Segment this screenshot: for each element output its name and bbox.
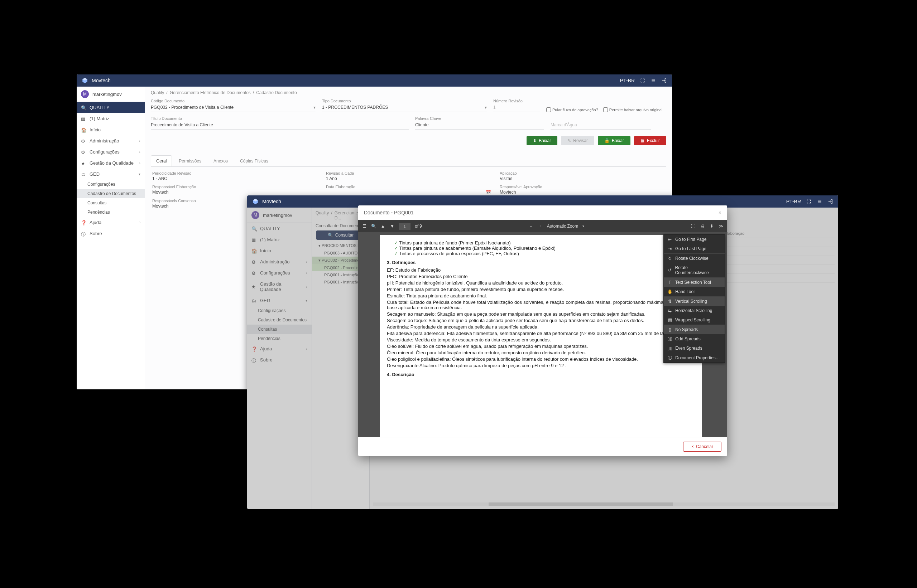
next-page-icon[interactable]: ▼ [390,224,395,229]
sidebar-sub-pendencias[interactable]: Pendências [77,208,145,217]
field-label: Aplicação [500,171,665,175]
tab-permissoes[interactable]: Permissões [173,155,207,166]
doc-line: Óleo poliglicol e polialfaolefina: Óleos… [387,357,695,362]
app-logo-icon [82,77,88,84]
crumb[interactable]: Quality [151,90,164,95]
ctx-label: Wrapped Scrolling [675,317,710,323]
sidebar-item-ged[interactable]: 🗂GED▾ [77,168,145,180]
user-row[interactable]: M marketingmov [77,87,145,102]
sidebar-sub-consultas[interactable]: Consultas [77,198,145,208]
sidebar-item-sobre[interactable]: ⓘSobre [77,228,145,239]
ctx-label: Even Spreads [675,346,702,351]
lang-label[interactable]: PT-BR [620,78,635,83]
breadcrumb: Quality / Gerenciamento Eletrônico de Do… [145,87,672,99]
ctx-hand-tool[interactable]: ✋Hand Tool [664,287,725,296]
baixar2-button[interactable]: 🔒Baixar [598,136,630,145]
ctx-label: Go to First Page [675,237,706,242]
chevron-right-icon: › [139,139,141,143]
sidebar-item-quality[interactable]: 🔍 QUALITY [77,102,145,113]
permite-baixar-checkbox[interactable]: Permite baixar arquivo original [603,107,663,112]
fullscreen-icon[interactable] [640,78,645,83]
marca-dagua-input[interactable]: Marca d'Água [551,121,651,129]
page-total: of 9 [415,224,422,229]
lang-label[interactable]: PT-BR [786,199,801,204]
v-scroll-icon: ⇅ [667,299,672,304]
menu-icon[interactable] [650,78,656,83]
zoom-in-icon[interactable]: + [538,224,543,229]
doc-line: Primer: Tinta para pintura de fundo, pri… [387,287,695,292]
close-icon[interactable]: × [719,210,721,215]
sidebar-item-administracao[interactable]: ⚙Administração› [77,135,145,146]
codigo-documento-select[interactable]: PGQ002 - Procedimento de Visita a Client… [151,104,316,112]
titulo-documento-input[interactable]: Procedimento de Visita a Cliente [151,121,409,129]
excluir-button[interactable]: 🗑Excluir [634,136,666,145]
trash-icon: 🗑 [640,138,645,143]
ctx-text-select[interactable]: ＴText Selection Tool [664,278,725,287]
fullscreen-icon[interactable] [806,199,812,204]
logout-icon[interactable] [661,78,667,83]
download-icon[interactable]: ⬇ [709,224,714,229]
sidebar-item-configuracoes[interactable]: ⚙Configurações› [77,146,145,157]
sidebar-sub-cadastro[interactable]: Cadastro de Documentos [77,189,145,198]
ctx-rotate-cw[interactable]: ↻Rotate Clockwise [664,254,725,263]
pdf-toolbar: ☰ 🔍 ▲ ▼ of 9 − + Automatic Zoom▾ ⛶ 🖨 ⬇ ≫ [358,220,727,232]
field-label: Palavra-Chave [415,116,544,121]
ctx-first-page[interactable]: ⇤Go to First Page [664,235,725,244]
home-icon: 🏠 [81,128,86,132]
hand-icon: ✋ [667,289,672,294]
ctx-even-spreads[interactable]: ▯▯Even Spreads [664,344,725,353]
doc-line: Secagem ao toque: Situação em que a pelí… [387,318,695,323]
sidebar-item-label: Administração [89,138,119,144]
tab-anexos[interactable]: Anexos [208,155,233,166]
prev-page-icon[interactable]: ▲ [381,224,386,229]
sidebar-item-matriz[interactable]: ▦(1) Matriz [77,113,145,124]
pdf-page: Tintas para pintura de fundo (Primer Epó… [380,235,702,437]
crumb[interactable]: Gerenciamento Eletrônico de Documentos [170,90,251,95]
chevron-down-icon: ▾ [139,172,141,176]
btn-label: Excluir [647,138,660,143]
ctx-odd-spreads[interactable]: ▯▯Odd Spreads [664,334,725,344]
data-elab-value[interactable]: 📅 [326,190,491,195]
doc-line: Esmalte: Tinta para pintura de acabament… [387,293,695,299]
ctx-horizontal-scroll[interactable]: ⇆Horizontal Scrolling [664,306,725,315]
presentation-icon[interactable]: ⛶ [691,224,696,229]
palavra-chave-input[interactable]: Cliente [415,121,544,129]
doc-heading: 3. Definições [387,260,695,265]
tab-geral[interactable]: Geral [151,155,172,166]
sidebar-item-ajuda[interactable]: ❓Ajuda› [77,217,145,228]
numero-revisao-field: 1 [493,104,540,112]
pular-fluxo-checkbox[interactable]: Pular fluxo de aprovação? [546,107,598,112]
ctx-wrapped-scroll[interactable]: ▤Wrapped Scrolling [664,315,725,325]
tipo-documento-select[interactable]: 1 - PROCEDIMENTOS PADRÕES [322,104,487,112]
zoom-select[interactable]: Automatic Zoom [547,224,578,229]
tools-menu-icon[interactable]: ≫ [719,224,724,229]
ctx-rotate-ccw[interactable]: ↺Rotate Counterclockwise [664,263,725,277]
ctx-last-page[interactable]: ⇥Go to Last Page [664,244,725,254]
edit-icon: ✎ [567,138,571,143]
baixar-button[interactable]: ⬇Baixar [527,136,557,145]
doc-heading: 4. Descrição [387,372,695,377]
sidebar-item-gestao[interactable]: ★Gestão da Qualidade› [77,157,145,168]
zoom-out-icon[interactable]: − [528,224,533,229]
grid-icon: ▦ [81,116,86,121]
ctx-label: Rotate Counterclockwise [675,265,721,275]
ctx-no-spreads[interactable]: ▯No Spreads [664,325,725,334]
sidebar-item-inicio[interactable]: 🏠Início [77,124,145,135]
btn-label: Cancelar [696,444,713,449]
logout-icon[interactable] [828,199,833,204]
ctx-vertical-scroll[interactable]: ⇅Vertical Scrolling [664,297,725,306]
print-icon[interactable]: 🖨 [700,224,705,229]
sidebar-sub-config[interactable]: Configurações [77,180,145,189]
revisar-button[interactable]: ✎Revisar [561,136,594,145]
ctx-label: Text Selection Tool [675,280,711,285]
tab-copias[interactable]: Cópias Físicas [235,155,274,166]
aplicacao-value: Visitas [500,176,665,181]
menu-icon[interactable] [817,199,822,204]
sidebar-toggle-icon[interactable]: ☰ [362,224,367,229]
cancel-button[interactable]: ×Cancelar [683,442,721,452]
field-label: Responsável Aprovação [500,185,665,189]
page-input[interactable] [399,223,410,230]
search-icon[interactable]: 🔍 [371,224,376,229]
ctx-doc-properties[interactable]: ⓘDocument Properties… [664,353,725,362]
doc-line: Cura total: Estado da Película onde houv… [387,300,695,310]
